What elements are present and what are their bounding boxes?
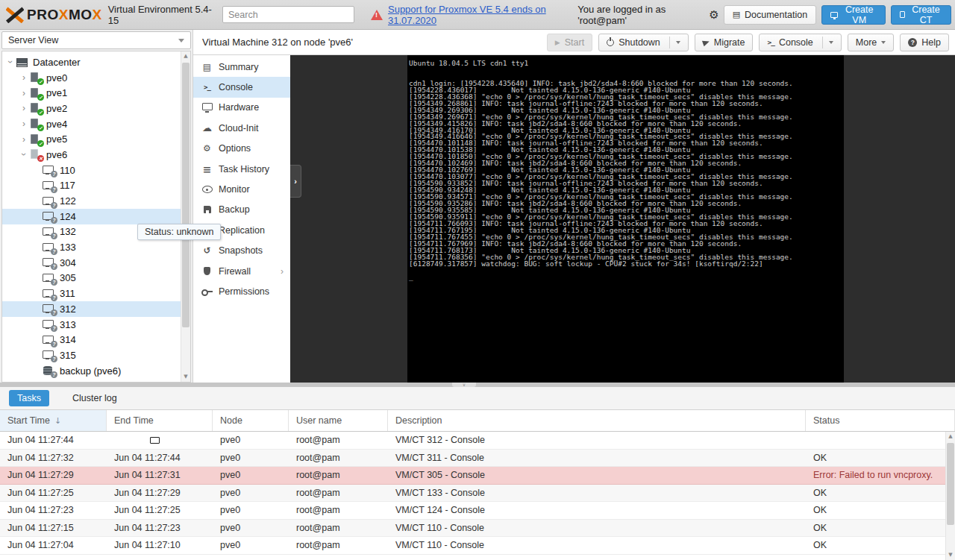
scroll-up-icon[interactable]: ▲ (181, 51, 190, 61)
tree-item[interactable]: 110 (2, 163, 190, 178)
splitter-collapse-handle[interactable] (452, 383, 476, 387)
tree-item[interactable]: 117 (2, 178, 190, 194)
tree-item[interactable]: pve4 (2, 116, 190, 132)
view-selector-dropdown[interactable]: Server View (1, 31, 191, 49)
shutdown-button[interactable]: Shutdown (598, 34, 689, 51)
menu-item[interactable]: Snapshots (193, 241, 290, 261)
horizontal-splitter[interactable] (0, 383, 955, 387)
cell-status: OK (806, 540, 955, 550)
cell-start-time: Jun 04 11:27:15 (0, 523, 107, 533)
menu-item[interactable]: Monitor (193, 179, 290, 199)
tree-caret-icon[interactable] (19, 103, 29, 113)
console-button[interactable]: >_Console (759, 34, 841, 51)
tree-item-icon (43, 272, 55, 284)
table-scrollbar[interactable]: ▲ ▼ (945, 432, 955, 560)
tree-item[interactable]: 133 (2, 239, 190, 255)
panel-collapse-handle[interactable] (290, 165, 301, 198)
menu-item-icon (201, 142, 213, 154)
tree-item[interactable]: 313 (2, 317, 190, 333)
menu-item-label: Console (219, 82, 253, 92)
console-line: _ (409, 274, 844, 280)
tree-item-label: pve1 (46, 87, 67, 98)
search-input[interactable] (222, 6, 354, 23)
column-header[interactable]: Node (213, 410, 289, 431)
menu-item[interactable]: Firewall › (193, 261, 290, 281)
table-row[interactable]: Jun 04 11:27:29 Jun 04 11:27:31 pve0 roo… (0, 467, 955, 485)
cell-end-time: Jun 04 11:27:29 (107, 488, 213, 498)
cell-start-time: Jun 04 11:27:44 (0, 435, 107, 445)
tree-item[interactable]: 315 (2, 347, 190, 363)
scrollbar-thumb[interactable] (182, 63, 190, 327)
tree-item[interactable]: pve2 (2, 101, 190, 116)
log-tab[interactable]: Tasks (9, 390, 49, 406)
terminal-icon: >_ (767, 38, 774, 46)
column-header[interactable]: Start Time (0, 410, 107, 431)
log-tab[interactable]: Cluster log (64, 390, 125, 406)
create-ct-button[interactable]: Create CT (891, 5, 951, 25)
menu-item[interactable]: Options (193, 139, 290, 159)
top-header: PROXMOX Virtual Environment 5.4-15 Suppo… (0, 0, 955, 30)
menu-item[interactable]: Backup (193, 200, 290, 220)
tree-caret-icon[interactable] (5, 57, 16, 67)
chevron-down-icon[interactable] (829, 41, 833, 44)
tree-item[interactable]: backup (pve6) (2, 363, 190, 379)
tree-item[interactable]: 311 (2, 286, 190, 301)
menu-item[interactable]: Task History (193, 159, 290, 179)
create-vm-button[interactable]: Create VM (821, 5, 885, 25)
migrate-button[interactable]: Migrate (695, 34, 754, 51)
table-row[interactable]: Jun 04 11:27:32 Jun 04 11:27:44 pve0 roo… (0, 450, 955, 468)
menu-item[interactable]: Summary (193, 57, 290, 77)
column-header[interactable]: Description (388, 410, 806, 431)
tree-item[interactable]: pve6 (2, 147, 190, 163)
column-header[interactable]: Status (806, 410, 955, 431)
console-line (409, 66, 844, 73)
menu-item-label: Task History (219, 164, 269, 174)
column-header[interactable]: User name (289, 410, 388, 431)
table-row[interactable]: Jun 04 11:27:25 Jun 04 11:27:29 pve0 roo… (0, 485, 955, 503)
more-button[interactable]: More (848, 34, 894, 51)
help-button[interactable]: ?Help (900, 34, 949, 51)
menu-item[interactable]: Permissions (193, 281, 290, 301)
documentation-button[interactable]: ▤Documentation (724, 5, 816, 25)
gear-icon[interactable]: ⚙ (709, 8, 718, 22)
tree-item[interactable]: 305 (2, 271, 190, 286)
tree-caret-icon[interactable] (19, 134, 29, 145)
support-link[interactable]: Support for Proxmox VE 5.4 ends on 31.07… (388, 4, 577, 26)
tree-caret-icon[interactable] (19, 149, 29, 160)
table-row[interactable]: Jun 04 11:27:04 Jun 04 11:27:10 pve0 roo… (0, 537, 955, 555)
tree-item[interactable]: 122 (2, 193, 190, 209)
menu-item[interactable]: Console (193, 77, 290, 97)
menu-item[interactable]: Hardware (193, 98, 290, 118)
scrollbar-thumb[interactable] (947, 443, 954, 525)
tree-item[interactable]: Datacenter (2, 54, 190, 70)
status-badge (51, 186, 57, 193)
column-header[interactable]: End Time (107, 410, 213, 431)
start-button[interactable]: ▶Start (547, 34, 592, 51)
table-row[interactable]: Jun 04 11:27:15 Jun 04 11:27:23 pve0 roo… (0, 520, 955, 538)
tree-item[interactable]: 304 (2, 255, 190, 271)
tree-item[interactable]: 312 (2, 301, 190, 317)
proxmox-logo-text: PROXMOX (27, 7, 102, 23)
scroll-down-icon[interactable]: ▼ (946, 550, 955, 560)
tree-item[interactable]: pve1 (2, 85, 190, 101)
tree-scrollbar[interactable]: ▲ ▼ (181, 51, 190, 382)
cell-description: VM/CT 110 - Console (388, 540, 806, 550)
tree-caret-icon[interactable] (19, 88, 29, 98)
table-row[interactable]: Jun 04 11:27:23 Jun 04 11:27:25 pve0 roo… (0, 502, 955, 520)
menu-item[interactable]: Cloud-Init (193, 118, 290, 138)
cell-node: pve0 (213, 453, 289, 463)
tree-item-icon (43, 288, 55, 300)
tree-caret-icon[interactable] (19, 72, 29, 83)
table-row[interactable]: Jun 04 11:27:44 pve0 root@pam VM/CT 312 … (0, 432, 955, 450)
tree-item[interactable]: pve0 (2, 70, 190, 86)
tree-item[interactable]: 124 (2, 209, 190, 224)
tree-item[interactable]: pve5 (2, 131, 190, 147)
scroll-up-icon[interactable]: ▲ (946, 432, 955, 441)
scroll-down-icon[interactable]: ▼ (181, 372, 190, 382)
tree-item[interactable]: 314 (2, 332, 190, 347)
vnc-terminal[interactable]: Ubuntu 18.04.5 LTS cdn1 tty1cdn1 login: … (407, 55, 844, 383)
status-badge (51, 356, 57, 362)
tree-caret-icon[interactable] (19, 119, 29, 129)
login-status: You are logged in as 'root@pam' (577, 4, 704, 26)
chevron-down-icon[interactable] (676, 41, 680, 44)
